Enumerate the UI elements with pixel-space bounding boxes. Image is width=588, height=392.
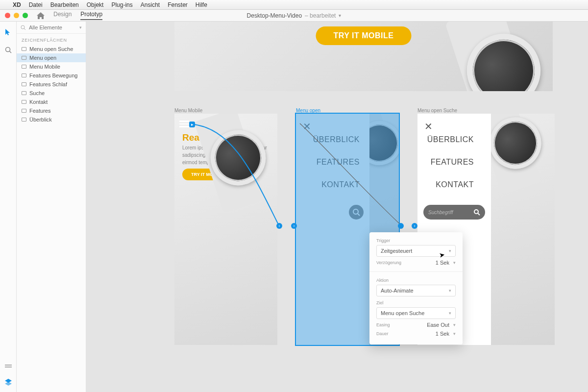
trigger-select[interactable]: Zeitgesteuert▾ (376, 245, 456, 257)
layer-item[interactable]: Menu open (17, 53, 86, 62)
home-icon[interactable] (37, 12, 45, 19)
layer-label: Features (29, 108, 50, 114)
chevron-down-icon: ▾ (449, 288, 451, 293)
chevron-down-icon: ▾ (453, 260, 456, 265)
doc-name: Desktop-Menu-Video (247, 12, 302, 19)
layer-item[interactable]: Überblick (17, 115, 86, 124)
search-tool-icon[interactable] (4, 46, 12, 54)
duration-select[interactable]: 1 Sek▾ (436, 331, 456, 337)
delay-select[interactable]: 1 Sek▾ (436, 260, 456, 266)
action-select[interactable]: Auto-Animate▾ (376, 285, 456, 296)
svg-rect-3 (5, 367, 12, 368)
layers-search-input[interactable] (29, 24, 68, 30)
menu-link: KONTAKT (312, 180, 369, 189)
canvas[interactable]: TRY IT MOBILE Menu Mobile Ready to start… (86, 22, 588, 392)
target-label: Ziel (376, 300, 456, 305)
easing-label: Easing (376, 322, 390, 327)
tab-prototype[interactable]: Prototyp (80, 11, 102, 20)
layers-search[interactable]: ▾ (17, 22, 86, 34)
svg-point-4 (21, 25, 24, 29)
menu-item[interactable]: Bearbeiten (50, 1, 79, 8)
chevron-down-icon: ▾ (449, 248, 451, 253)
duration-value: 1 Sek (436, 331, 449, 337)
select-tool-icon[interactable] (4, 28, 12, 36)
svg-line-9 (478, 213, 480, 215)
chevron-down-icon[interactable]: ▾ (79, 25, 82, 30)
layer-item[interactable]: Suche (17, 89, 86, 98)
chevron-down-icon: ▾ (453, 322, 456, 327)
artboard-icon (22, 56, 26, 60)
minimize-window-icon[interactable] (14, 13, 19, 18)
wire-end-node[interactable] (398, 223, 404, 229)
search-icon (473, 209, 480, 216)
artboard-icon (22, 100, 26, 104)
svg-point-8 (474, 210, 478, 214)
maximize-window-icon[interactable] (23, 13, 28, 18)
layer-item[interactable]: Menu Mobile (17, 62, 86, 71)
menu-link: KONTAKT (426, 180, 484, 189)
layer-label: Kontakt (29, 99, 48, 105)
layer-label: Menu open Suche (29, 46, 73, 52)
wire-end-node[interactable]: › (412, 223, 417, 229)
delay-value: 1 Sek (436, 260, 449, 266)
menu-app[interactable]: XD (13, 1, 21, 8)
close-window-icon[interactable] (5, 13, 10, 18)
interaction-popover: Trigger Zeitgesteuert▾ Verzögerung 1 Sek… (369, 232, 463, 344)
layer-item[interactable]: Features Bewegung (17, 71, 86, 80)
search-placeholder: Suchbegriff (428, 210, 453, 215)
layers-panel-icon[interactable] (4, 378, 12, 386)
menu-item[interactable]: Plug-ins (111, 1, 132, 8)
chevron-down-icon: ▾ (449, 311, 451, 316)
menu-link: FEATURES (421, 158, 484, 167)
search-pill: Suchbegriff (423, 205, 485, 220)
artboard-icon (22, 47, 26, 51)
easing-value: Ease Out (427, 322, 449, 328)
artboard-label[interactable]: Menu open (296, 108, 320, 113)
menu-link: FEATURES (307, 158, 369, 167)
artboard-hero[interactable]: TRY IT MOBILE (174, 22, 553, 91)
artboard-icon (22, 65, 26, 69)
svg-line-7 (358, 214, 360, 216)
delay-label: Verzögerung (376, 260, 401, 265)
window-titlebar: Design Prototyp Desktop-Menu-Video – bea… (0, 10, 588, 22)
svg-point-6 (353, 209, 358, 214)
tab-design[interactable]: Design (53, 11, 72, 20)
layer-item[interactable]: Kontakt (17, 98, 86, 106)
artboard-menu-mobile[interactable]: Ready to start Lorem ipsum dolor sit ame… (174, 114, 277, 345)
doc-modified: – bearbeitet (305, 12, 336, 19)
easing-select[interactable]: Ease Out▾ (427, 322, 456, 328)
layers-section-title: ZEICHENFLÄCHEN (17, 34, 86, 45)
wire-mid-node[interactable]: ‹ (276, 223, 282, 229)
menu-item[interactable]: Objekt (87, 1, 104, 8)
left-toolbar (0, 22, 17, 392)
trigger-value: Zeitgesteuert (381, 248, 412, 254)
artboard-icon (22, 118, 26, 122)
artboard-label[interactable]: Menu open Suche (417, 108, 457, 113)
artboard-icon (22, 74, 26, 77)
artboard-label[interactable]: Menu Mobile (174, 108, 202, 113)
menu-item[interactable]: Datei (29, 1, 43, 8)
layer-item[interactable]: Features Schlaf (17, 80, 86, 89)
layer-label: Suche (29, 90, 45, 96)
layer-item[interactable]: Menu open Suche (17, 45, 86, 53)
libraries-icon[interactable] (4, 363, 12, 370)
chevron-down-icon: ▾ (453, 331, 456, 336)
layer-label: Features Bewegung (29, 73, 77, 78)
menu-item[interactable]: Ansicht (141, 1, 160, 8)
menu-link: ÜBERBLICK (417, 135, 484, 144)
artboard-list: Menu open Suche Menu open Menu Mobile Fe… (17, 45, 86, 124)
target-value: Menu open Suche (381, 310, 424, 316)
menu-item[interactable]: Fenster (168, 1, 188, 8)
menu-item[interactable]: Hilfe (196, 1, 207, 8)
layer-item[interactable]: Features (17, 106, 86, 115)
watch-image (405, 22, 553, 91)
wire-start-node[interactable]: ▸ (189, 122, 195, 127)
document-title[interactable]: Desktop-Menu-Video – bearbeitet ▾ (247, 12, 342, 19)
wire-mid-node[interactable]: › (291, 223, 297, 229)
menu-link: ÜBERBLICK (303, 135, 369, 144)
target-select[interactable]: Menu open Suche▾ (376, 307, 456, 319)
action-label: Aktion (376, 278, 456, 283)
close-icon: ✕ (303, 121, 311, 132)
svg-rect-2 (5, 365, 12, 366)
search-button (349, 205, 364, 220)
